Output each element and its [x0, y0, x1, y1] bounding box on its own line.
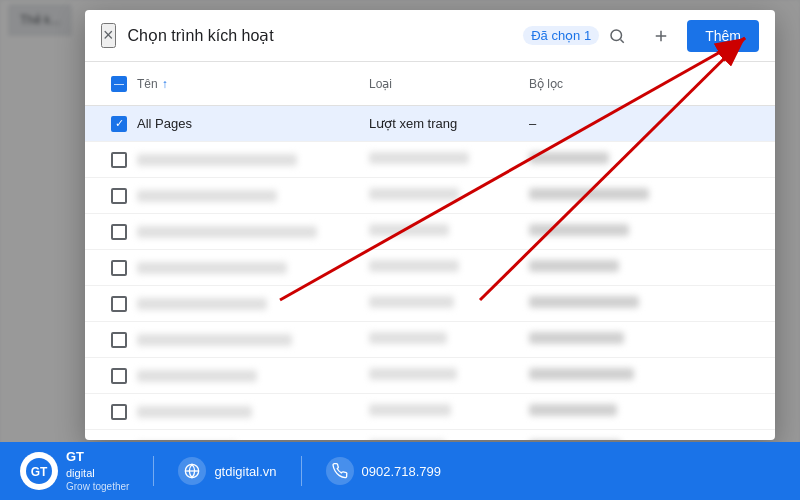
row-name: [137, 406, 369, 418]
row-checkbox-col: [101, 116, 137, 132]
row-filter: [529, 404, 729, 419]
row-name: [137, 370, 369, 382]
row-checkbox[interactable]: [111, 404, 127, 420]
footer-website: gtdigital.vn: [178, 457, 276, 485]
row-checkbox[interactable]: [111, 260, 127, 276]
row-type: [369, 404, 529, 419]
row-checkbox[interactable]: [111, 116, 127, 132]
table-row[interactable]: [85, 286, 775, 322]
logo-icon: GT: [20, 452, 58, 490]
row-name: [137, 298, 369, 310]
row-type: [369, 188, 529, 203]
table-row[interactable]: [85, 250, 775, 286]
footer-phone: 0902.718.799: [326, 457, 442, 485]
footer-bar: GT GT digital Grow together gtdigital.vn…: [0, 442, 800, 500]
row-type: [369, 332, 529, 347]
table-header: Tên ↑ Loại Bộ lọc: [85, 62, 775, 106]
phone-text: 0902.718.799: [362, 464, 442, 479]
row-name: [137, 262, 369, 274]
select-all-checkbox[interactable]: [111, 76, 127, 92]
modal-close-button[interactable]: ×: [101, 23, 116, 48]
table-row[interactable]: [85, 178, 775, 214]
row-checkbox[interactable]: [111, 368, 127, 384]
website-text: gtdigital.vn: [214, 464, 276, 479]
table-body: All Pages Lượt xem trang –: [85, 106, 775, 440]
col-filter-header: Bộ lọc: [529, 77, 729, 91]
sort-icon: ↑: [162, 77, 168, 91]
row-filter: [529, 224, 729, 239]
search-button[interactable]: [599, 18, 635, 54]
footer-brand-text: GT digital Grow together: [66, 449, 129, 493]
row-name: [137, 154, 369, 166]
modal-dialog: × Chọn trình kích hoạt Đã chọn 1 Thêm: [85, 10, 775, 440]
modal-title: Chọn trình kích hoạt: [128, 26, 512, 45]
row-checkbox[interactable]: [111, 332, 127, 348]
phone-icon: [326, 457, 354, 485]
modal-header-actions: Thêm: [599, 18, 759, 54]
row-checkbox[interactable]: [111, 440, 127, 441]
row-filter: [529, 188, 729, 203]
row-type: [369, 152, 529, 167]
row-checkbox[interactable]: [111, 188, 127, 204]
row-name: [137, 334, 369, 346]
row-type: [369, 296, 529, 311]
row-name: All Pages: [137, 116, 369, 131]
row-filter: [529, 152, 729, 167]
modal-header: × Chọn trình kích hoạt Đã chọn 1 Thêm: [85, 10, 775, 62]
row-type: [369, 224, 529, 239]
svg-line-1: [621, 39, 624, 42]
row-checkbox[interactable]: [111, 152, 127, 168]
row-filter: [529, 332, 729, 347]
row-checkbox[interactable]: [111, 296, 127, 312]
table-row[interactable]: [85, 358, 775, 394]
table-row[interactable]: [85, 322, 775, 358]
add-button[interactable]: [643, 18, 679, 54]
row-filter: [529, 368, 729, 383]
row-type: Lượt xem trang: [369, 116, 529, 131]
select-all-col: [101, 76, 137, 92]
table-row[interactable]: All Pages Lượt xem trang –: [85, 106, 775, 142]
footer-divider-1: [153, 456, 154, 486]
website-icon: [178, 457, 206, 485]
row-filter: [529, 260, 729, 275]
footer-logo: GT GT digital Grow together: [20, 449, 129, 493]
row-filter: [529, 296, 729, 311]
row-type: [369, 260, 529, 275]
col-type-header: Loại: [369, 77, 529, 91]
row-name: [137, 226, 369, 238]
table-row[interactable]: [85, 214, 775, 250]
them-button[interactable]: Thêm: [687, 20, 759, 52]
row-checkbox[interactable]: [111, 224, 127, 240]
svg-point-0: [611, 30, 622, 41]
svg-text:GT: GT: [31, 465, 48, 479]
row-name: [137, 190, 369, 202]
row-filter: –: [529, 116, 729, 131]
modal-selected-badge: Đã chọn 1: [523, 26, 599, 45]
table-row[interactable]: [85, 394, 775, 430]
footer-divider-2: [301, 456, 302, 486]
col-name-header: Tên ↑: [137, 77, 369, 91]
table-row[interactable]: [85, 430, 775, 440]
row-type: [369, 368, 529, 383]
table-row[interactable]: [85, 142, 775, 178]
